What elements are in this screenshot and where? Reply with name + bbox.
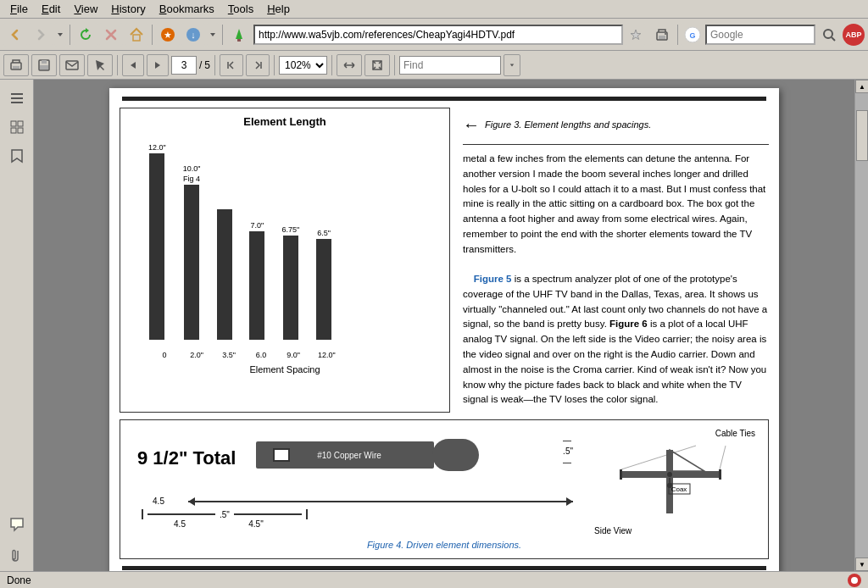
side-view-svg: Coax <box>594 441 751 522</box>
figure4-right: Cable Ties <box>594 429 755 535</box>
bar1-rect <box>149 153 164 340</box>
print-pdf-button[interactable] <box>3 54 29 76</box>
find-dropdown-button[interactable] <box>504 54 520 76</box>
figure5-ref: Figure 5 <box>474 274 512 284</box>
bar5: 6.75" <box>281 136 299 340</box>
attachments-button[interactable] <box>5 544 29 568</box>
dropdown2[interactable] <box>207 23 219 47</box>
scroll-up-button[interactable]: ▲ <box>855 80 868 93</box>
dim-mid-label: .5" <box>220 510 230 519</box>
address-input[interactable] <box>259 29 618 41</box>
search-button[interactable] <box>817 23 841 47</box>
arrow-icon: ← <box>463 112 480 137</box>
svg-rect-17 <box>40 65 48 69</box>
thumbnails-button[interactable] <box>5 115 29 139</box>
page-number-input[interactable]: 3 <box>171 56 197 75</box>
dimension-line-area: 4.5 <box>133 496 577 506</box>
menu-tools[interactable]: Tools <box>221 1 260 17</box>
separator3 <box>222 25 223 45</box>
bookmarks-panel-button[interactable] <box>5 144 29 168</box>
menu-history[interactable]: History <box>104 1 152 17</box>
zoom-select[interactable]: 102%50%75%100%125%150% <box>279 56 327 75</box>
select-tool-button[interactable] <box>87 54 113 76</box>
bar4-rect <box>249 231 264 340</box>
body-text-area: ← Figure 3. Element lengths and spacings… <box>463 108 769 413</box>
figure3-caption-line: ← Figure 3. Element lengths and spacings… <box>463 112 769 137</box>
svg-rect-5 <box>237 39 241 42</box>
body-paragraph2: Figure 5 is a spectrum analyzer plot of … <box>463 272 769 408</box>
total-label: 9 1/2" Total <box>137 447 236 469</box>
sidebar-toggle-button[interactable] <box>5 86 29 110</box>
cable-tie-line1 <box>621 446 696 469</box>
dropdown-arrow[interactable] <box>54 23 66 47</box>
svg-rect-7 <box>659 36 665 39</box>
email-pdf-button[interactable] <box>59 54 85 76</box>
pdf-viewer[interactable]: Element Length 12.0" <box>34 80 854 571</box>
bookmark-star-button[interactable]: ★ <box>156 23 180 47</box>
svg-rect-23 <box>11 97 23 99</box>
figure4-left: 9 1/2" Total #10 Copper Wire <box>133 429 577 535</box>
sep8 <box>331 55 332 75</box>
next-page-button[interactable] <box>147 54 169 76</box>
bar3 <box>217 136 232 340</box>
adblock-button[interactable]: ABP <box>843 24 865 46</box>
dot1 <box>667 472 672 477</box>
find-input[interactable] <box>399 56 501 75</box>
address-bar[interactable] <box>253 25 623 45</box>
stop-status-icon[interactable] <box>848 574 861 587</box>
bookmark-page-icon[interactable] <box>626 23 645 47</box>
svg-text:G: G <box>689 31 695 40</box>
coax-text: Coax <box>671 485 687 493</box>
last-page-button[interactable] <box>246 54 270 76</box>
separator2 <box>152 25 153 45</box>
menu-bookmarks[interactable]: Bookmarks <box>153 1 221 17</box>
svg-rect-24 <box>11 102 23 103</box>
back-button[interactable] <box>3 23 27 47</box>
download-button[interactable]: ↓ <box>181 23 205 47</box>
caption-rule <box>463 144 769 145</box>
fit-page-button[interactable] <box>364 54 390 76</box>
status-right <box>848 574 861 587</box>
scroll-thumb[interactable] <box>856 110 868 161</box>
first-page-button[interactable] <box>220 54 243 76</box>
sidebar <box>0 80 34 571</box>
left-arrow <box>188 497 195 506</box>
print-button[interactable] <box>650 23 674 47</box>
scrollbar: ▲ ▼ <box>854 80 868 571</box>
menu-view[interactable]: View <box>67 1 104 17</box>
bar6: 6.5" <box>316 136 331 340</box>
svg-rect-14 <box>13 66 19 69</box>
fit-width-button[interactable] <box>337 54 362 76</box>
menu-file[interactable]: File <box>3 1 35 17</box>
sep6 <box>214 55 215 75</box>
left-tick <box>142 509 143 519</box>
y-axis <box>127 136 140 348</box>
home-button[interactable] <box>125 23 148 47</box>
scroll-track[interactable] <box>855 93 868 557</box>
cable-tie-left <box>620 469 622 480</box>
bar2: 10.0" Fig 4 <box>183 136 201 340</box>
bar2-fig-label: Fig 4 <box>183 175 200 183</box>
dim-4-5-right-label: 4.5" <box>218 519 294 529</box>
scroll-down-button[interactable]: ▼ <box>855 557 868 571</box>
comments-button[interactable] <box>5 512 29 535</box>
stop-button[interactable] <box>99 23 123 47</box>
prev-page-button[interactable] <box>122 54 144 76</box>
dim-05: — .5" — <box>563 435 573 467</box>
pdf-page-main: Element Length 12.0" <box>109 88 779 571</box>
menu-help[interactable]: Help <box>260 1 297 17</box>
search-input[interactable] <box>710 29 810 41</box>
separator4 <box>677 25 678 45</box>
bar3-top-label <box>224 199 226 208</box>
reload-button[interactable] <box>74 23 97 47</box>
side-view-label: Side View <box>594 526 755 535</box>
search-bar[interactable] <box>705 25 815 45</box>
save-pdf-button[interactable] <box>31 54 57 76</box>
bar6-top-label: 6.5" <box>317 229 331 237</box>
figure3-section: Element Length 12.0" <box>109 101 779 419</box>
forward-button[interactable] <box>29 23 53 47</box>
menu-edit[interactable]: Edit <box>35 1 67 17</box>
svg-rect-26 <box>18 121 23 126</box>
dim-left: 4.5 <box>133 496 184 506</box>
status-text: Done <box>7 574 31 586</box>
